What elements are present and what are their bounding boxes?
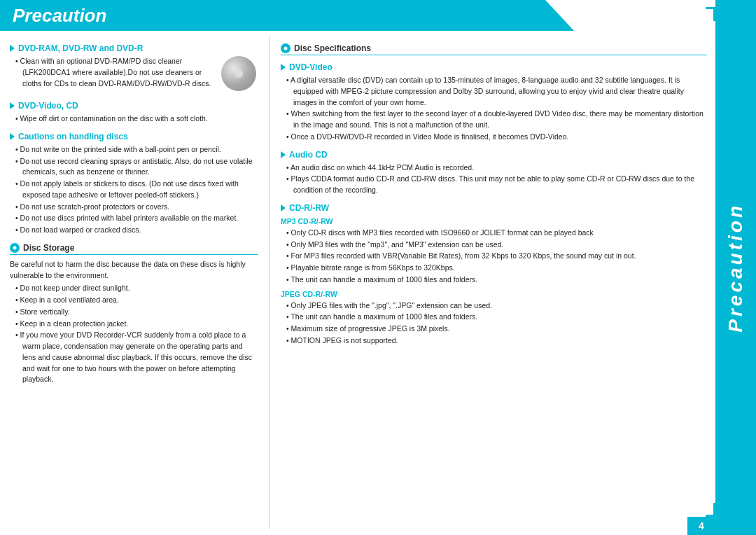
cautions-bullet-2: Do not use record cleaning sprays or ant… — [15, 156, 258, 179]
jpeg-bullet-3: Maximum size of progressive JPEG is 3M p… — [286, 324, 707, 335]
disc-storage-bullet-1: Do not keep under direct sunlight. — [15, 283, 258, 294]
dvdvideo-cd-bullet-1: Wipe off dirt or contamination on the di… — [15, 113, 258, 125]
mp3-bullet-3: For MP3 files recorded with VBR(Variable… — [286, 251, 707, 262]
dvd-circle-graphic — [221, 56, 256, 91]
mp3-bullet-5: The unit can handle a maximum of 1000 fi… — [286, 275, 707, 286]
dvdram-heading: DVD-RAM, DVD-RW and DVD-R — [10, 43, 258, 53]
triangle-icon-5 — [281, 151, 286, 158]
triangle-icon-2 — [10, 102, 15, 109]
dvd-video-bullet-1: A digital versatile disc (DVD) can conta… — [286, 75, 707, 108]
page-number: 4 — [687, 517, 715, 535]
right-sidebar: Precaution — [715, 0, 756, 535]
mp3-bullet-4: Playable bitrate range is from 56Kbps to… — [286, 263, 707, 274]
disc-specs-heading: Disc Specifications — [281, 43, 707, 55]
cautions-bullet-4: Do not use scratch-proof protectors or c… — [15, 202, 258, 213]
right-column: Disc Specifications DVD-Video A digital … — [269, 36, 707, 529]
mp3-subheading: MP3 CD-R/-RW — [281, 217, 707, 225]
left-column: DVD-RAM, DVD-RW and DVD-R Clean with an … — [10, 36, 269, 529]
disc-storage-icon — [10, 243, 20, 253]
jpeg-bullet-1: Only JPEG files with the ".jpg", ".JPG" … — [286, 300, 707, 312]
triangle-icon-3 — [10, 133, 15, 140]
jpeg-subheading: JPEG CD-R/-RW — [281, 290, 707, 298]
disc-storage-bullet-5: If you move your DVD Recorder-VCR sudden… — [15, 330, 258, 385]
dvd-video-bullet-2: When switching from the first layer to t… — [286, 109, 707, 131]
triangle-icon-4 — [281, 64, 286, 71]
dvd-video-bullet-3: Once a DVD-RW/DVD-R recorded in Video Mo… — [286, 132, 707, 143]
audio-cd-bullet-2: Plays CDDA format audio CD-R and CD-RW d… — [286, 174, 707, 196]
disc-storage-bullet-3: Store vertically. — [15, 307, 258, 318]
disc-storage-bullet-2: Keep in a cool ventilated area. — [15, 295, 258, 306]
cdr-heading: CD-R/-RW — [281, 203, 707, 213]
mp3-bullet-2: Only MP3 files with the "mp3", and "MP3"… — [286, 239, 707, 251]
disc-specs-icon — [281, 43, 290, 53]
dvdram-content: Clean with an optional DVD-RAM/PD disc c… — [10, 56, 258, 94]
bracket-bottom-decoration — [706, 503, 715, 517]
sidebar-text: Precaution — [724, 203, 747, 333]
cautions-bullet-1: Do not write on the printed side with a … — [15, 144, 258, 155]
dvd-image — [219, 56, 258, 91]
mp3-bullet-1: Only CD-R discs with MP3 files recorded … — [286, 228, 707, 239]
audio-cd-bullet-1: An audio disc on which 44.1kHz PCM Audio… — [286, 162, 707, 174]
jpeg-bullet-2: The unit can handle a maximum of 1000 fi… — [286, 312, 707, 323]
cautions-heading: Cautions on handling discs — [10, 132, 258, 141]
triangle-icon-6 — [281, 204, 286, 211]
triangle-icon — [10, 45, 15, 52]
cautions-bullet-3: Do not apply labels or stickers to discs… — [15, 179, 258, 201]
audio-cd-heading: Audio CD — [281, 150, 707, 160]
page-header: Precaution — [0, 0, 574, 31]
cautions-bullet-5: Do not use discs printed with label prin… — [15, 213, 258, 224]
disc-storage-body: Be careful not to harm the disc because … — [10, 259, 258, 282]
cautions-bullet-6: Do not load warped or cracked discs. — [15, 225, 258, 236]
disc-storage-heading: Disc Storage — [10, 243, 258, 255]
dvdvideo-cd-heading: DVD-Video, CD — [10, 101, 258, 111]
bracket-top-decoration — [706, 7, 715, 21]
main-content: DVD-RAM, DVD-RW and DVD-R Clean with an … — [0, 31, 756, 535]
disc-storage-bullet-4: Keep in a clean protection jacket. — [15, 319, 258, 330]
jpeg-bullet-4: MOTION JPEG is not supported. — [286, 335, 707, 347]
dvd-video-heading: DVD-Video — [281, 62, 707, 72]
page-title: Precaution — [13, 5, 106, 27]
